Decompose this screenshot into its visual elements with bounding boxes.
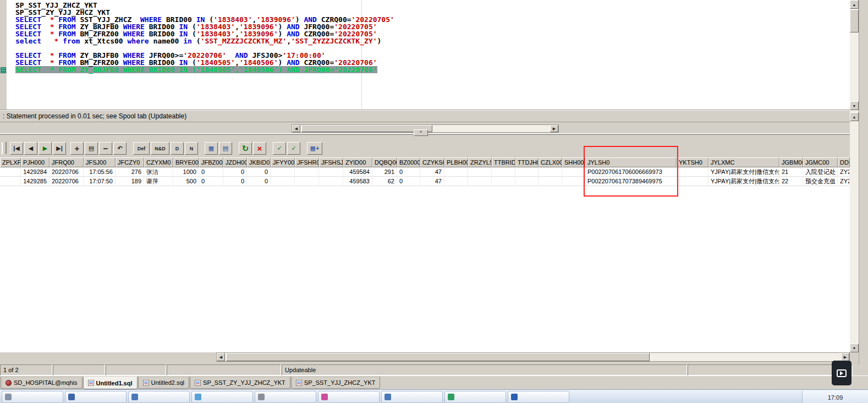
column-header-TTBRID[interactable]: TTBRID [492, 157, 515, 167]
grid-cell-DQBQ00-row1[interactable]: 291 [372, 167, 397, 177]
column-header-JFRQ00[interactable]: JFRQ00 [50, 157, 84, 167]
column-header-JFSHSJ[interactable]: JFSHSJ [319, 157, 343, 167]
commit-button[interactable]: ✓ [287, 142, 300, 155]
editor-scroll-up-button[interactable]: ▲ [850, 0, 859, 9]
delete-record-button[interactable]: − [99, 142, 112, 155]
taskbar-window-button-8[interactable] [444, 391, 506, 403]
column-header-DQBQ00[interactable]: DQBQ00 [372, 157, 397, 167]
export-grid-button[interactable]: ▦+ [307, 142, 322, 155]
single-record-view-button[interactable]: ▤ [219, 142, 232, 155]
duplicate-record-button[interactable]: ▤ [85, 142, 98, 155]
column-header-JFCZY0[interactable]: JFCZY0 [116, 157, 144, 167]
grid-cell-SHH000-row1[interactable] [562, 167, 585, 177]
result-scroll-up-button[interactable]: ▲ [850, 112, 859, 121]
grid-horizontal-scrollbar[interactable]: ◀ ▶ [216, 352, 850, 362]
name-and-default-button[interactable]: N&D [151, 142, 169, 155]
grid-cell-BRYE00-row2[interactable]: 500 [173, 177, 199, 186]
column-header-BZ0000[interactable]: BZ0000 [397, 157, 420, 167]
grid-cell-CZYKS0-row2[interactable]: 47 [420, 177, 444, 186]
grid-cell-JFYY00-row1[interactable] [271, 167, 295, 177]
grid-cell-JYLXMC-row2[interactable]: YJPAY|易家支付|微信支付 [708, 177, 779, 186]
grid-cell-JYLSH0-row2[interactable]: P002207061707389469975 [585, 177, 677, 186]
grid-cell-DQBQ00-row2[interactable]: 62 [372, 177, 397, 186]
grid-cell-ZYID00-row1[interactable]: 459584 [343, 167, 372, 177]
scroll-left-button[interactable]: ◀ [292, 125, 300, 132]
grid-cell-JGBM00-row1[interactable]: 21 [779, 167, 803, 177]
column-header-TTDJH0[interactable]: TTDJH0 [515, 157, 539, 167]
splitter-collapse-button[interactable]: ^ [414, 129, 428, 136]
revert-record-button[interactable]: ↶ [113, 142, 127, 155]
grid-cell-JFBZ00-row1[interactable]: 0 [199, 167, 223, 177]
number-format-button[interactable]: N [185, 142, 198, 155]
grid-cell-JFCZY0-row1[interactable]: 276 [116, 167, 144, 177]
refresh-query-button[interactable]: ↻ [239, 142, 252, 155]
grid-cell-YKTSH0-row2[interactable] [677, 177, 708, 186]
grid-cell-PLBH00-row2[interactable] [444, 177, 468, 186]
grid-cell-JFSHR0-row2[interactable] [295, 177, 319, 186]
tab-SP_SST_ZY_YJJ_ZHCZ_YKT[interactable]: SP_SST_ZY_YJJ_ZHCZ_YKT [190, 377, 290, 389]
grid-cell-DDL-row2[interactable]: ZY2 [838, 177, 850, 186]
vertical-scrollbar[interactable]: ▲ ▼ ▲ ▼ [850, 0, 859, 362]
grid-cell-JFSJ00-row2[interactable]: 17:07:50 [84, 177, 116, 186]
sql-line-6[interactable]: select * from xt_Xtcs00 where name00 in … [15, 37, 381, 45]
date-format-button[interactable]: D [171, 142, 184, 155]
taskbar-window-button-2[interactable] [65, 391, 127, 403]
editor-scrollbar-thumb[interactable] [850, 9, 859, 32]
column-header-JFBZ00[interactable]: JFBZ00 [199, 157, 223, 167]
column-header-SHH000[interactable]: SHH000 [562, 157, 585, 167]
column-header-ZPLXFS[interactable]: ZPLXFS [0, 157, 21, 167]
tab-Untitled2.sql[interactable]: Untitled2.sql [138, 377, 190, 389]
column-header-YKTSH0[interactable]: YKTSH0 [677, 157, 708, 167]
column-header-PJH000[interactable]: PJH000 [21, 157, 50, 167]
default-query-button[interactable]: Def [133, 142, 150, 155]
overlay-screenshare-icon[interactable] [832, 361, 851, 385]
grid-cell-JFRQ00-row1[interactable]: 20220706 [50, 167, 84, 177]
grid-cell-JFBZ00-row2[interactable]: 0 [199, 177, 223, 186]
abort-query-button[interactable]: × [253, 142, 266, 155]
grid-cell-CZLX00-row1[interactable] [539, 167, 562, 177]
column-header-CZYKS0[interactable]: CZYKS0 [420, 157, 444, 167]
toolbar-grip[interactable] [2, 142, 7, 154]
grid-cell-JFRQ00-row2[interactable]: 20220706 [50, 177, 84, 186]
column-header-ZRZYLS[interactable]: ZRZYLS [468, 157, 492, 167]
scroll-right-button[interactable]: ▶ [550, 125, 558, 132]
column-header-DDL[interactable]: DDL [838, 157, 850, 167]
column-header-JGMC00[interactable]: JGMC00 [803, 157, 838, 167]
column-header-JZDH00[interactable]: JZDH00 [223, 157, 247, 167]
column-header-CZLX00[interactable]: CZLX00 [539, 157, 562, 167]
prior-record-button[interactable]: ◀ [24, 142, 37, 155]
grid-cell-PJH000-row1[interactable]: 1429284 [21, 167, 50, 177]
first-record-button[interactable]: |◀ [10, 142, 23, 155]
column-header-JKBID0[interactable]: JKBID0 [247, 157, 271, 167]
sql-editor[interactable]: SP_SST_YJJ_ZHCZ_YKTSP_SST_ZY_YJJ_ZHCZ_YK… [0, 0, 850, 110]
grid-cell-TTDJH0-row2[interactable] [515, 177, 539, 186]
grid-cell-DDL-row1[interactable]: ZY2 [838, 167, 850, 177]
grid-cell-JYLXMC-row1[interactable]: YJPAY|易家支付|微信支付 [708, 167, 779, 177]
tab-SD_HOSPITAL@mqhis[interactable]: SD_HOSPITAL@mqhis [1, 377, 83, 389]
grid-cell-JGMC00-row1[interactable]: 入院登记处 [803, 167, 838, 177]
grid-cell-JGBM00-row2[interactable]: 22 [779, 177, 803, 186]
taskbar-window-button-5[interactable] [255, 391, 316, 403]
taskbar-window-button-4[interactable] [191, 391, 253, 403]
grid-cell-JKBID0-row1[interactable]: 0 [247, 167, 271, 177]
post-edits-button[interactable]: ✓ [273, 142, 286, 155]
grid-cell-JZDH00-row2[interactable]: 0 [223, 177, 247, 186]
insert-record-button[interactable]: + [70, 142, 84, 155]
grid-cell-JFSJ00-row1[interactable]: 17:05:56 [84, 167, 116, 177]
last-record-button[interactable]: ▶| [53, 142, 66, 155]
column-header-JFYY00[interactable]: JFYY00 [271, 157, 295, 167]
grid-cell-CZYKS0-row1[interactable]: 47 [420, 167, 444, 177]
grid-cell-JFSHSJ-row2[interactable] [319, 177, 343, 186]
taskbar-window-button-1[interactable] [2, 391, 63, 403]
grid-cell-JFCZY0-row2[interactable]: 189 [116, 177, 144, 186]
result-grid[interactable]: ZPLXFSPJH000JFRQ00JFSJ00JFCZY0CZYXM0BRYE… [0, 157, 850, 352]
grid-horizontal-scrollbar-thumb[interactable] [226, 353, 650, 361]
column-header-BRYE00[interactable]: BRYE00 [173, 157, 199, 167]
grid-view-button[interactable]: ▦ [205, 142, 218, 155]
grid-cell-BZ0000-row2[interactable]: 0 [397, 177, 420, 186]
column-header-JFSJ00[interactable]: JFSJ00 [84, 157, 116, 167]
next-record-button[interactable]: ▶ [39, 142, 52, 155]
taskbar-window-button-9[interactable] [508, 391, 569, 403]
grid-cell-JFSHSJ-row1[interactable] [319, 167, 343, 177]
tab-SP_SST_YJJ_ZHCZ_YKT[interactable]: SP_SST_YJJ_ZHCZ_YKT [291, 377, 381, 389]
